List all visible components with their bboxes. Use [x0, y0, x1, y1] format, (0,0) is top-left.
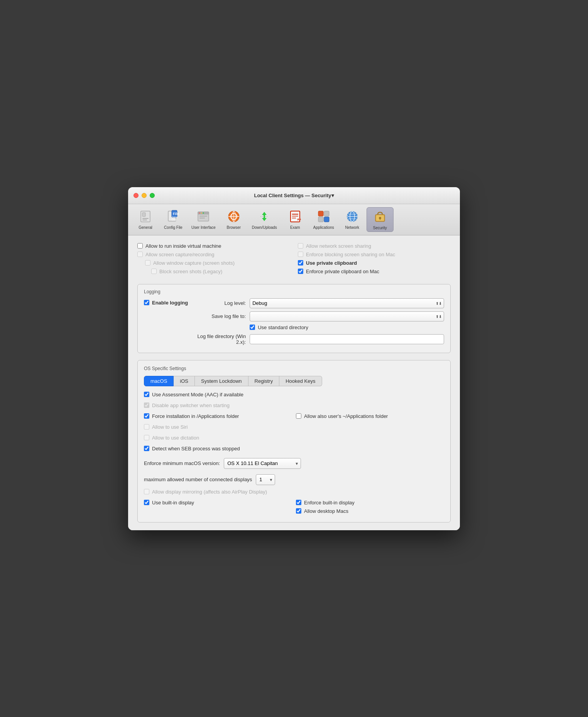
enforce-builtin-label: Enforce built-in display [304, 500, 355, 506]
force-installation-checkbox[interactable] [144, 413, 149, 419]
tab-ios[interactable]: iOS [174, 376, 195, 386]
top-checkboxes: Allow to run inside virtual machine Allo… [137, 243, 451, 277]
os-section-title: OS Specific Settings [144, 366, 444, 371]
allow-user-apps-row: Allow also user's ~/Applications folder [296, 413, 444, 419]
logging-section: Logging Enable logging Log level: [137, 284, 451, 353]
use-builtin-checkbox[interactable] [144, 500, 149, 505]
allow-siri-label: Allow to use Siri [152, 424, 188, 430]
screen-capture-label: Allow screen capture/recording [145, 252, 214, 257]
tab-system-lockdown[interactable]: System Lockdown [195, 376, 248, 386]
enable-logging-label: Enable logging [152, 300, 188, 306]
use-standard-dir-label: Use standard directory [258, 325, 308, 330]
builtin-display-row-wrapper: Use built-in display Enforce built-in di… [144, 500, 444, 517]
svg-text:A+: A+ [297, 218, 301, 221]
toolbar-general[interactable]: General [132, 207, 159, 232]
enforce-builtin-checkbox[interactable] [296, 500, 301, 505]
security-icon [372, 209, 388, 225]
use-standard-dir-checkbox[interactable] [250, 325, 255, 330]
block-screenshots-checkbox[interactable] [151, 269, 157, 274]
applications-icon [316, 209, 331, 224]
logging-title: Logging [144, 289, 444, 294]
downloads-icon [257, 209, 272, 224]
detect-seb-checkbox[interactable] [144, 446, 149, 451]
block-screenshots-row: Block screen shots (Legacy) [151, 269, 290, 274]
max-displays-select-wrapper: 1 2 3 4 ▼ [256, 474, 275, 485]
general-icon [138, 209, 153, 224]
allow-desktop-macs-label: Allow desktop Macs [304, 508, 348, 514]
allow-desktop-macs-row: Allow desktop Macs [296, 508, 444, 514]
private-clipboard-row: Use private clipboard [298, 260, 451, 266]
exam-icon: A+ [287, 209, 303, 224]
use-standard-dir-checkbox-row: Use standard directory [250, 325, 444, 330]
assessment-mode-label: Use Assessment Mode (AAC) if available [152, 392, 243, 397]
app-window: Local Client Settings — Security▾ Genera… [128, 187, 460, 530]
use-builtin-label: Use built-in display [152, 500, 194, 506]
display-mirroring-checkbox[interactable] [144, 489, 149, 494]
min-version-select-wrapper: None OS X 10.9 Mavericks OS X 10.10 Yose… [224, 458, 301, 469]
virtual-machine-checkbox[interactable] [137, 243, 143, 249]
screen-capture-checkbox[interactable] [137, 252, 143, 257]
max-displays-row: maximum allowed number of connected disp… [144, 474, 444, 485]
allow-desktop-macs-checkbox[interactable] [296, 508, 301, 514]
toolbar-ui[interactable]: User Interface [188, 207, 220, 232]
log-file-dir-input[interactable] [250, 334, 444, 344]
assessment-mode-row: Use Assessment Mode (AAC) if available [144, 392, 444, 397]
enforce-blocking-checkbox[interactable] [298, 252, 303, 257]
disable-app-switcher-checkbox[interactable] [144, 402, 149, 408]
window-capture-checkbox[interactable] [145, 260, 150, 265]
enforce-private-clipboard-row: Enforce private clipboard on Mac [298, 269, 451, 274]
macos-settings: Use Assessment Mode (AAC) if available D… [144, 392, 444, 517]
toolbar-exam[interactable]: A+ Exam [282, 207, 309, 232]
toolbar-config[interactable]: File New One Config File [160, 207, 187, 232]
save-log-label: Save log file to: [196, 313, 246, 319]
browser-icon [226, 209, 242, 224]
toolbar-applications[interactable]: Applications [309, 207, 338, 232]
save-log-row: Save log file to: ⬆⬇ [196, 311, 444, 321]
screen-capture-row: Allow screen capture/recording [137, 252, 290, 257]
os-specific-section: OS Specific Settings macOS iOS System Lo… [137, 360, 451, 523]
svg-text:File: File [173, 212, 179, 216]
svg-rect-1 [142, 213, 145, 216]
log-level-select-wrapper: Debug Info Warning Error ⬆⬇ [250, 298, 444, 308]
svg-rect-3 [142, 220, 147, 220]
tab-registry[interactable]: Registry [248, 376, 280, 386]
save-log-select[interactable] [250, 311, 444, 321]
network-sharing-row: Allow network screen sharing [298, 243, 451, 249]
enforce-private-clipboard-checkbox[interactable] [298, 269, 303, 274]
enable-logging-row: Enable logging [144, 300, 188, 306]
enforce-blocking-row: Enforce blocking screen sharing on Mac [298, 252, 451, 257]
minimize-button[interactable] [142, 193, 147, 198]
allow-dictation-checkbox[interactable] [144, 435, 149, 440]
toolbar-network[interactable]: Network [339, 207, 366, 232]
display-mirroring-label: Allow display mirroring (affects also Ai… [152, 489, 267, 495]
private-clipboard-checkbox[interactable] [298, 260, 303, 265]
allow-siri-checkbox[interactable] [144, 424, 149, 430]
log-file-dir-row: Log file directory (Win 2.x): [196, 333, 444, 345]
svg-rect-2 [142, 218, 149, 219]
allow-user-apps-checkbox[interactable] [296, 413, 301, 419]
toolbar-downloads[interactable]: Down/Uploads [248, 207, 281, 232]
network-sharing-checkbox[interactable] [298, 243, 303, 249]
toolbar-downloads-label: Down/Uploads [252, 225, 277, 230]
enable-logging-checkbox[interactable] [144, 300, 149, 305]
toolbar-exam-label: Exam [290, 225, 300, 230]
tab-hooked-keys[interactable]: Hooked Keys [279, 376, 322, 386]
traffic-lights [133, 193, 155, 198]
allow-user-apps-label: Allow also user's ~/Applications folder [304, 413, 388, 419]
svg-rect-30 [324, 211, 329, 216]
detect-seb-label: Detect when SEB process was stopped [152, 446, 240, 452]
maximize-button[interactable] [150, 193, 155, 198]
left-checkboxes: Allow to run inside virtual machine Allo… [137, 243, 290, 277]
svg-rect-42 [380, 218, 380, 220]
close-button[interactable] [133, 193, 139, 198]
tab-macos[interactable]: macOS [144, 376, 174, 386]
toolbar-general-label: General [139, 225, 152, 230]
min-version-select[interactable]: None OS X 10.9 Mavericks OS X 10.10 Yose… [224, 458, 301, 469]
max-displays-select[interactable]: 1 2 3 4 [256, 474, 275, 485]
log-level-select[interactable]: Debug Info Warning Error [250, 298, 444, 308]
toolbar-security[interactable]: Security [367, 207, 394, 232]
enable-logging-wrapper: Enable logging [144, 298, 188, 308]
assessment-mode-checkbox[interactable] [144, 392, 149, 397]
allow-dictation-label: Allow to use dictation [152, 435, 199, 441]
toolbar-browser[interactable]: Browser [220, 207, 247, 232]
